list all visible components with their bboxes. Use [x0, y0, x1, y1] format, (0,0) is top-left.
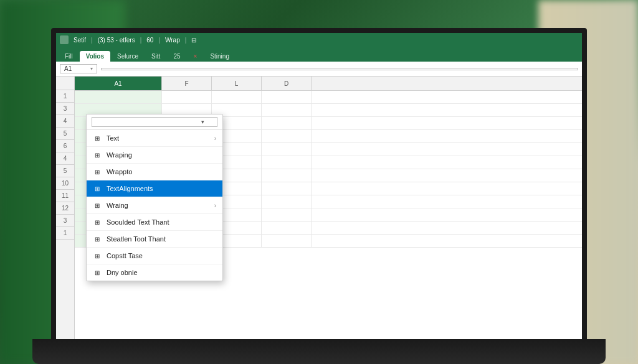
cell-l1[interactable]: [212, 91, 262, 103]
text-arrow: ›: [214, 135, 216, 142]
tab-sitt[interactable]: Sitt: [145, 51, 166, 62]
menu-item-text-label: Text: [107, 134, 209, 142]
menu-item-steatlen-label: Steatlen Toot Thant: [107, 235, 216, 243]
row-header-4b: 4: [56, 152, 74, 165]
tab-stining[interactable]: Stining: [204, 51, 236, 62]
row-header-1b: 1: [56, 227, 74, 240]
menu-item-textalignments[interactable]: ⊞ TextAlignments: [87, 180, 222, 197]
menu-item-copstt[interactable]: ⊞ Copstt Tase: [87, 248, 222, 264]
formula-bar: A1 ▾: [56, 62, 582, 77]
ribbon-num: 60: [144, 37, 156, 44]
col-header-d: D: [262, 77, 312, 90]
cell-reference-box[interactable]: A1 ▾: [60, 64, 97, 73]
menu-item-copstt-label: Copstt Tase: [107, 252, 216, 259]
row-header-3: 3: [56, 103, 74, 115]
excel-app: Setif | (3) 53 - etfers | 60 | Wrap | ⊟ …: [56, 33, 582, 340]
ribbon-wrap: Wrap: [163, 37, 183, 44]
monitor-screen: Setif | (3) 53 - etfers | 60 | Wrap | ⊟ …: [51, 28, 587, 345]
wraping-icon: ⊞: [93, 151, 102, 159]
cell-d6[interactable]: [262, 156, 312, 169]
cell-d7[interactable]: [262, 169, 312, 182]
menu-dropdown-header: ▾: [87, 114, 222, 130]
textalign-icon: ⊞: [93, 184, 102, 193]
wrappto-icon: ⊞: [93, 167, 102, 176]
menu-dropdown-select[interactable]: ▾: [92, 117, 217, 127]
col-headers-row: A1 F L D: [75, 77, 582, 91]
formula-input[interactable]: [101, 68, 578, 70]
menu-item-sooulded-label: Sooulded Text Thant: [107, 218, 216, 226]
row-header-10: 10: [56, 177, 74, 190]
ribbon-font: Setif: [71, 37, 88, 44]
cell-ref-arrow: ▾: [90, 66, 93, 72]
menu-item-steatlen[interactable]: ⊞ Steatlen Toot Thant: [87, 231, 222, 248]
ribbon-top: Setif | (3) 53 - etfers | 60 | Wrap | ⊟: [56, 33, 582, 47]
row-header-11: 11: [56, 190, 74, 202]
text-icon: ⊞: [93, 134, 102, 142]
monitor: Setif | (3) 53 - etfers | 60 | Wrap | ⊟ …: [39, 16, 599, 364]
menu-item-textalign-label: TextAlignments: [107, 185, 216, 192]
col-header-a1: A1: [75, 77, 162, 90]
menu-item-wraping-label: Wraping: [107, 151, 216, 159]
context-menu: ▾ ⊞ Text › ⊞ Wraping ⊞ Wr: [86, 114, 223, 281]
menu-item-dny[interactable]: ⊞ Dny obnie: [87, 264, 222, 281]
ribbon-icon-text: ⊟: [189, 37, 199, 44]
cell-d1[interactable]: [262, 91, 312, 103]
ribbon-sep3: |: [158, 37, 160, 44]
cell-a1[interactable]: [75, 91, 162, 103]
tab-25[interactable]: 25: [167, 51, 186, 62]
cell-d8[interactable]: [262, 182, 312, 195]
cell-d9[interactable]: [262, 195, 312, 208]
ribbon-sep2: |: [140, 37, 142, 44]
tab-volios[interactable]: Volios: [80, 51, 110, 62]
monitor-frame: [32, 339, 606, 364]
copstt-icon: ⊞: [93, 251, 102, 260]
row-header-5b: 5: [56, 165, 74, 177]
menu-item-wraing-label: Wraing: [107, 202, 209, 209]
tab-x[interactable]: ×: [188, 51, 204, 62]
row-header-5: 5: [56, 128, 74, 140]
corner-cell: [56, 77, 74, 90]
ribbon-size: (3) 53 - etfers: [95, 37, 138, 44]
steatlen-icon: ⊞: [93, 235, 102, 243]
tab-fill[interactable]: Fill: [59, 51, 79, 62]
tab-selurce[interactable]: Selurce: [111, 51, 145, 62]
menu-item-text[interactable]: ⊞ Text ›: [87, 130, 222, 147]
tabs-row: Fill Volios Selurce Sitt 25 × St: [56, 47, 582, 62]
menu-item-wraing[interactable]: ⊞ Wraing ›: [87, 197, 222, 214]
cell-d5[interactable]: [262, 143, 312, 156]
wraing-arrow: ›: [214, 202, 216, 209]
cell-d3[interactable]: [262, 117, 312, 129]
cell-d2[interactable]: [262, 104, 312, 116]
dny-icon: ⊞: [93, 268, 102, 277]
cell-f1[interactable]: [162, 91, 212, 103]
grid-area: 1 3 4 5 6 4 5 10 11 12 3 1 A1: [56, 77, 582, 340]
wraing-icon: ⊞: [93, 201, 102, 210]
menu-item-dny-label: Dny obnie: [107, 269, 216, 276]
row-header-6: 6: [56, 140, 74, 152]
table-row: [75, 91, 582, 104]
sooulded-icon: ⊞: [93, 218, 102, 226]
ribbon-sep4: |: [185, 37, 187, 44]
row-header-1: 1: [56, 90, 74, 103]
row-header-12: 12: [56, 202, 74, 215]
ribbon-sep1: |: [91, 37, 93, 44]
dropdown-arrow-icon: ▾: [201, 119, 204, 125]
cell-d12[interactable]: [262, 235, 312, 247]
row-header-4: 4: [56, 115, 74, 128]
menu-icon: [60, 35, 69, 44]
cell-d11[interactable]: [262, 222, 312, 234]
cell-d10[interactable]: [262, 208, 312, 221]
menu-item-sooulded[interactable]: ⊞ Sooulded Text Thant: [87, 214, 222, 231]
menu-item-wrappto[interactable]: ⊞ Wrappto: [87, 164, 222, 180]
col-header-l: L: [212, 77, 262, 90]
cell-ref-text: A1: [64, 65, 72, 72]
row-header-3b: 3: [56, 215, 74, 227]
row-headers: 1 3 4 5 6 4 5 10 11 12 3 1: [56, 77, 75, 340]
menu-item-wraping[interactable]: ⊞ Wraping: [87, 147, 222, 164]
menu-item-wrappto-label: Wrappto: [107, 168, 216, 175]
col-header-f: F: [162, 77, 212, 90]
cell-d4[interactable]: [262, 130, 312, 142]
